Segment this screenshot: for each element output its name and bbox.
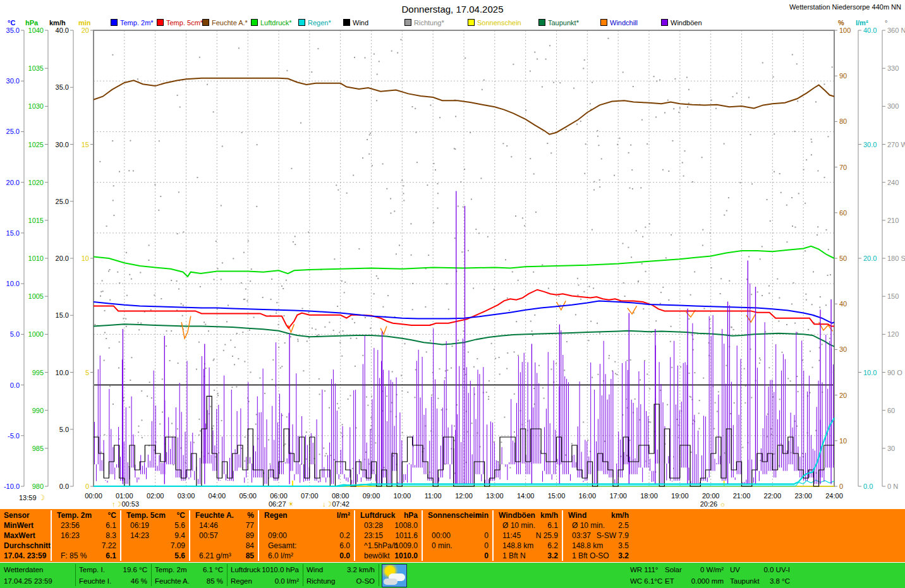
svg-text:30: 30 xyxy=(887,445,895,452)
moon-time-annotation: 13:59 ☽ xyxy=(19,493,45,502)
column-unit: km/h xyxy=(540,511,558,520)
status-pressure-rain-value-2: 0.0 l/m² xyxy=(228,576,299,586)
column-header: Temp. 5cm xyxy=(126,511,166,520)
svg-text:01:00: 01:00 xyxy=(116,492,133,500)
svg-text:1040: 1040 xyxy=(28,27,44,34)
svg-text:60: 60 xyxy=(887,407,895,414)
column-header: Regen xyxy=(264,511,288,520)
svg-text:20: 20 xyxy=(839,392,847,399)
svg-text:1025: 1025 xyxy=(28,141,44,148)
table-group-feuchte: Feuchte A.%14:467700:5789846.21 g/m³85 xyxy=(190,509,259,562)
cell-label: F: 85 % xyxy=(61,551,87,561)
svg-text:06:00: 06:00 xyxy=(270,492,288,500)
astro-marker-moon-down-icon: ↓☽07:42 xyxy=(322,500,349,508)
row-label: Durchschnitt xyxy=(4,541,51,551)
svg-text:hPa: hPa xyxy=(25,19,39,27)
cell-value: 1009.0 xyxy=(394,541,418,551)
sensor-summary-table: SensorMinWertMaxWertDurchschnitt17.04. 2… xyxy=(0,509,905,562)
status-wind-value-2: O-SO xyxy=(304,576,375,586)
svg-text:22:00: 22:00 xyxy=(764,492,782,500)
cell-label: Gesamt: xyxy=(268,541,296,551)
svg-text:%: % xyxy=(838,19,844,27)
x-axis-labels: 00:0001:0002:0003:0004:0005:0006:0007:00… xyxy=(85,481,843,508)
status-separator xyxy=(379,564,379,586)
svg-text:270 W: 270 W xyxy=(887,141,905,148)
status-separator xyxy=(303,564,303,586)
cell-value: 0 xyxy=(484,551,489,561)
cell-label: 6.0 l/m² xyxy=(268,551,293,561)
status-outdoor-value-1: 6.1 °C xyxy=(152,565,223,575)
table-group-windboeen: Windböenkm/hØ 10 min.6.111:45N 25.9148.8… xyxy=(494,509,563,562)
cell-label: 0 min. xyxy=(432,541,452,551)
weather-station-window: Donnerstag, 17.04.2025 Wetterstation Nie… xyxy=(0,0,905,588)
svg-text:30: 30 xyxy=(839,345,847,353)
svg-text:150: 150 xyxy=(887,292,899,300)
cell-value: 0 xyxy=(484,531,489,541)
cell-value: 89 xyxy=(246,531,254,541)
column-header: Wind xyxy=(568,511,586,520)
svg-text:04:00: 04:00 xyxy=(209,492,226,500)
svg-text:300: 300 xyxy=(887,102,899,110)
svg-text:15.0: 15.0 xyxy=(56,311,69,319)
status-separator xyxy=(227,564,228,586)
cell-value: 77 xyxy=(246,521,254,531)
svg-text:100: 100 xyxy=(839,27,851,34)
cell-value: 1011.6 xyxy=(395,531,418,541)
cell-label: 03:28 xyxy=(364,521,383,531)
svg-text:15:00: 15:00 xyxy=(548,492,566,500)
astro-marker-sunset-icon: 20:26 ☼ xyxy=(700,500,726,508)
svg-text:13:00: 13:00 xyxy=(486,492,504,500)
cell-value: S-SW 7.9 xyxy=(597,531,629,541)
cell-label: Ø 10 min. xyxy=(502,521,535,531)
table-group-temp2m: Temp. 2m°C23:566.116:238.37.22F: 85 %6.1 xyxy=(52,509,121,562)
column-header: Sonnenschein xyxy=(428,511,480,520)
cell-label: 03:37 xyxy=(572,531,591,541)
column-unit: l/m² xyxy=(337,511,350,520)
series-windchill xyxy=(181,301,832,338)
svg-text:1010: 1010 xyxy=(28,255,44,262)
cell-label: 14:23 xyxy=(130,531,149,541)
cell-value: 0.0 xyxy=(339,551,350,561)
svg-text:35.0: 35.0 xyxy=(6,27,20,34)
svg-text:40.0: 40.0 xyxy=(56,27,69,34)
svg-text:985: 985 xyxy=(32,445,44,452)
svg-text:0.0: 0.0 xyxy=(59,483,69,490)
cell-value: 6.0 xyxy=(339,541,350,551)
cell-label: 06:19 xyxy=(130,521,149,531)
svg-text:°: ° xyxy=(885,19,887,27)
cloud-glyph xyxy=(384,579,398,585)
cell-label: 14:46 xyxy=(199,521,218,531)
status-uv-taupunkt-value-1: 0.0 UV-I xyxy=(757,565,790,575)
svg-text:40.0: 40.0 xyxy=(863,27,877,34)
status-indoor-value-2: 46 % xyxy=(76,576,147,586)
svg-text:5.0: 5.0 xyxy=(10,330,20,338)
svg-text:00:00: 00:00 xyxy=(85,492,102,500)
svg-text:20.0: 20.0 xyxy=(863,255,877,262)
svg-text:1035: 1035 xyxy=(28,64,44,72)
column-header: Windböen xyxy=(499,511,535,520)
cell-label: ^1.5hPa/h xyxy=(364,541,398,551)
cell-label: 1 Bft N xyxy=(502,551,526,561)
svg-text:25.0: 25.0 xyxy=(56,198,69,205)
column-unit: % xyxy=(247,511,254,520)
svg-text:16:00: 16:00 xyxy=(579,492,597,500)
svg-text:14:00: 14:00 xyxy=(517,492,535,500)
cell-label: 11:45 xyxy=(502,531,521,541)
table-group-regen: Regenl/m²09:000.2Gesamt:6.06.0 l/m²0.0 xyxy=(259,509,355,562)
svg-text:07:00: 07:00 xyxy=(301,492,319,500)
moon-icon: ☽ xyxy=(39,493,46,502)
table-group-temp5cm: Temp. 5cm°C06:195.614:239.47.095.6 xyxy=(121,509,190,562)
column-unit: °C xyxy=(177,511,185,520)
svg-text:km/h: km/h xyxy=(49,19,66,27)
svg-text:1000: 1000 xyxy=(28,330,44,338)
status-outdoor-value-2: 85 % xyxy=(152,576,223,586)
svg-text:0.0: 0.0 xyxy=(10,381,20,389)
cell-label: 23:56 xyxy=(61,521,80,531)
svg-text:-5.0: -5.0 xyxy=(8,432,20,440)
svg-text:09:00: 09:00 xyxy=(363,492,380,500)
cell-value: 6.1 xyxy=(106,551,116,561)
svg-text:-10.0: -10.0 xyxy=(4,483,20,490)
cell-label: 148.8 km xyxy=(502,541,533,551)
svg-text:15.0: 15.0 xyxy=(6,229,20,237)
weather-chart[interactable]: °C35.030.025.020.015.010.05.00.0-5.0-10.… xyxy=(0,0,905,509)
